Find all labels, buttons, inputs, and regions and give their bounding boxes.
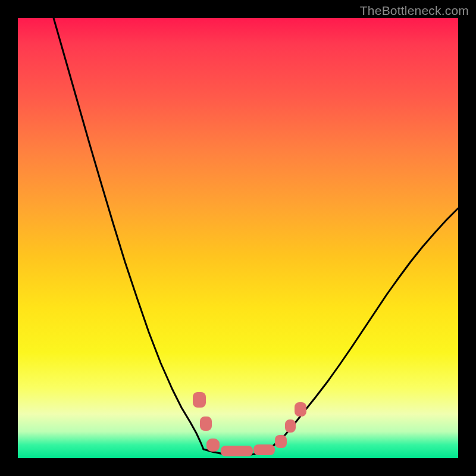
curve-right-branch (265, 208, 458, 452)
chart-frame: TheBottleneck.com (0, 0, 476, 476)
curve-marker (253, 444, 275, 455)
curve-marker (275, 435, 287, 448)
curve-markers (193, 392, 306, 456)
curve-marker (221, 446, 253, 456)
curve-marker (206, 439, 220, 452)
curve-marker (285, 419, 296, 433)
curve-marker (200, 416, 212, 431)
curve-marker (193, 392, 206, 408)
chart-svg (18, 18, 458, 458)
bottleneck-curve (54, 18, 458, 455)
curve-marker (295, 402, 306, 416)
watermark-text: TheBottleneck.com (360, 4, 469, 18)
curve-left-branch (54, 18, 203, 449)
plot-area (18, 18, 458, 458)
